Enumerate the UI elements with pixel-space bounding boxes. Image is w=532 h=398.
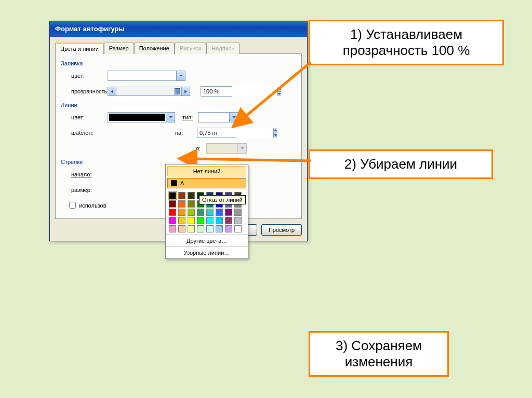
line-type-preview <box>200 114 228 121</box>
spin-down-icon[interactable] <box>277 91 281 97</box>
tab-size[interactable]: Размер <box>104 43 134 54</box>
chevron-down-icon[interactable] <box>229 113 238 122</box>
label-ya: я: <box>196 145 206 152</box>
palette-color[interactable] <box>225 217 232 224</box>
palette-color[interactable] <box>234 225 242 232</box>
callout-1-line2: прозрачность 100 % <box>321 43 492 59</box>
chevron-down-icon <box>237 144 246 153</box>
use-default-checkbox[interactable] <box>69 202 76 209</box>
line-color-swatch <box>109 114 165 121</box>
slider-right-button[interactable] <box>181 87 190 96</box>
tab-colors-lines[interactable]: Цвета и линии <box>55 43 104 54</box>
popup-auto-label: А <box>180 180 184 186</box>
transparency-input[interactable] <box>201 87 277 96</box>
callout-3: 3) Сохраняем изменения <box>309 331 449 377</box>
slider-track[interactable] <box>116 87 181 96</box>
line-type-combo[interactable] <box>198 112 238 122</box>
palette-color[interactable] <box>188 217 195 224</box>
spin-up-icon[interactable] <box>274 128 277 133</box>
label-begin: начало: <box>61 171 108 177</box>
palette-color[interactable] <box>197 209 204 216</box>
palette-color[interactable] <box>169 225 176 232</box>
group-lines-title: Линии <box>61 102 296 108</box>
palette-color[interactable] <box>188 192 195 199</box>
palette-color[interactable] <box>225 209 232 216</box>
spin-up-icon[interactable] <box>277 87 281 91</box>
transparency-value[interactable] <box>201 86 232 97</box>
label-transparency: прозрачность: <box>61 88 108 94</box>
auto-swatch <box>171 180 177 186</box>
palette-color[interactable] <box>169 217 176 224</box>
palette-color[interactable] <box>178 225 185 232</box>
callout-2-text: 2) Убираем линии <box>344 156 457 172</box>
tabs: Цвета и линии Размер Положение Рисунок Н… <box>55 42 302 53</box>
palette-color[interactable] <box>206 217 214 224</box>
popup-no-lines[interactable]: Нет линий <box>167 166 246 176</box>
line-weight-input[interactable] <box>197 128 273 138</box>
tooltip-no-lines: Отказ от линий <box>199 195 246 204</box>
callout-1: 1) Устанавливаем прозрачность 100 % <box>309 20 504 65</box>
line-color-combo[interactable] <box>108 112 175 122</box>
slider-thumb[interactable] <box>175 88 180 94</box>
palette-color[interactable] <box>188 209 195 216</box>
palette-color[interactable] <box>216 225 223 232</box>
palette-color[interactable] <box>216 209 223 216</box>
line-weight-spinner[interactable] <box>197 128 236 138</box>
fill-color-combo[interactable] <box>108 71 185 81</box>
tab-textbox: Надпись <box>206 43 240 54</box>
palette-color[interactable] <box>169 209 176 216</box>
label-line-color: цвет: <box>61 114 108 120</box>
popup-more-colors[interactable]: Другие цвета… <box>166 235 248 246</box>
chevron-down-icon[interactable] <box>166 113 175 122</box>
label-line-type: тип: <box>182 114 198 120</box>
callout-2: 2) Убираем линии <box>309 149 493 179</box>
slider-left-button[interactable] <box>108 87 116 96</box>
popup-auto[interactable]: А Отказ от линий <box>167 178 246 188</box>
palette-color[interactable] <box>188 225 195 232</box>
palette-color[interactable] <box>216 217 223 224</box>
palette-color[interactable] <box>178 217 185 224</box>
palette-color[interactable] <box>188 200 195 208</box>
label-arrow-size: размер: <box>61 187 108 193</box>
tab-picture: Рисунок <box>175 43 207 54</box>
label-fill-color: цвет: <box>61 73 108 79</box>
label-use: использов <box>79 202 107 209</box>
line-color-popup: Нет линий А Отказ от линий Другие цвета…… <box>165 164 248 259</box>
palette-color[interactable] <box>206 225 214 232</box>
spin-down-icon[interactable] <box>274 133 277 138</box>
palette-color[interactable] <box>178 192 185 199</box>
disabled-combo <box>206 143 247 154</box>
dialog-title: Формат автофигуры <box>50 21 307 37</box>
group-fill-title: Заливка <box>61 60 296 66</box>
chevron-down-icon[interactable] <box>176 71 185 80</box>
palette-color[interactable] <box>169 192 176 199</box>
label-pattern: шаблон: <box>61 130 108 136</box>
palette-color[interactable] <box>197 217 204 224</box>
tab-position[interactable]: Положение <box>134 43 175 54</box>
palette-color[interactable] <box>206 209 214 216</box>
palette-color[interactable] <box>178 200 185 208</box>
palette-color[interactable] <box>234 217 242 224</box>
label-width: на: <box>175 130 197 136</box>
palette-color[interactable] <box>197 225 204 232</box>
palette-color[interactable] <box>234 209 242 216</box>
transparency-slider[interactable] <box>108 87 190 96</box>
preview-button[interactable]: Просмотр <box>261 224 302 236</box>
palette-color[interactable] <box>178 209 185 216</box>
callout-3-line2: изменения <box>321 354 437 370</box>
palette-color[interactable] <box>225 225 232 232</box>
callout-1-line1: 1) Устанавливаем <box>321 26 492 43</box>
fill-color-swatch <box>109 72 175 79</box>
palette-color[interactable] <box>169 200 176 208</box>
popup-pattern-lines[interactable]: Узорные линии… <box>166 246 248 258</box>
callout-3-line1: 3) Сохраняем <box>321 338 437 354</box>
